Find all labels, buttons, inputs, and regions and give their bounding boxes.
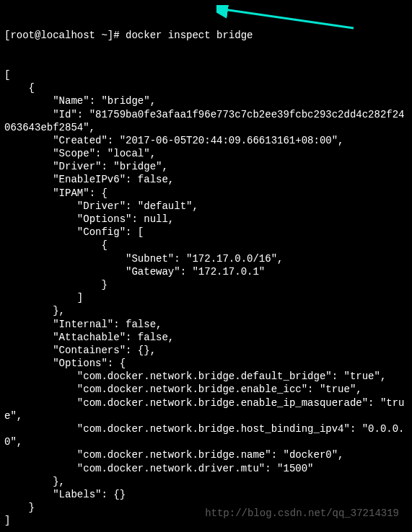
shell-command: docker inspect bridge: [126, 30, 253, 41]
output-line: ]: [4, 291, 408, 304]
watermark-text: http://blog.csdn.net/qq_37214319: [205, 507, 399, 519]
output-line: "Driver": "default",: [4, 200, 408, 213]
output-line: {: [4, 239, 408, 252]
output-line: "Containers": {},: [4, 344, 408, 357]
output-line: "Name": "bridge",: [4, 94, 408, 107]
output-line: [: [4, 68, 408, 81]
output-line: }: [4, 278, 408, 291]
output-line: "Subnet": "172.17.0.0/16",: [4, 252, 408, 265]
output-line: "Created": "2017-06-05T20:44:09.66613161…: [4, 134, 408, 147]
command-line-1: [root@localhost ~]# docker inspect bridg…: [4, 29, 408, 42]
output-line: "IPAM": {: [4, 187, 408, 200]
output-line: "Config": [: [4, 226, 408, 239]
output-line: "com.docker.network.bridge.enable_ip_mas…: [4, 396, 408, 422]
output-line: "Driver": "bridge",: [4, 160, 408, 173]
output-line: {: [4, 81, 408, 94]
output-line: "com.docker.network.driver.mtu": "1500": [4, 462, 408, 475]
output-line: "Labels": {}: [4, 488, 408, 501]
output-line: "Id": "81759ba0fe3afaa1f96e773c7cb2ee39f…: [4, 108, 408, 134]
output-line: "com.docker.network.bridge.default_bridg…: [4, 370, 408, 383]
output-line: "Options": null,: [4, 213, 408, 226]
output-line: "com.docker.network.bridge.name": "docke…: [4, 448, 408, 461]
output-line: "Scope": "local",: [4, 147, 408, 160]
command-output: [ { "Name": "bridge", "Id": "81759ba0fe3…: [4, 68, 408, 528]
output-line: "com.docker.network.bridge.enable_icc": …: [4, 383, 408, 396]
output-line: "Internal": false,: [4, 318, 408, 331]
output-line: "EnableIPv6": false,: [4, 173, 408, 186]
output-line: },: [4, 304, 408, 317]
output-line: "Gateway": "172.17.0.1": [4, 265, 408, 278]
output-line: "Attachable": false,: [4, 331, 408, 344]
output-line: },: [4, 475, 408, 488]
output-line: "com.docker.network.bridge.host_binding_…: [4, 422, 408, 448]
terminal-output[interactable]: [root@localhost ~]# docker inspect bridg…: [0, 0, 412, 532]
shell-prompt: [root@localhost ~]#: [4, 30, 126, 41]
output-line: "Options": {: [4, 357, 408, 370]
